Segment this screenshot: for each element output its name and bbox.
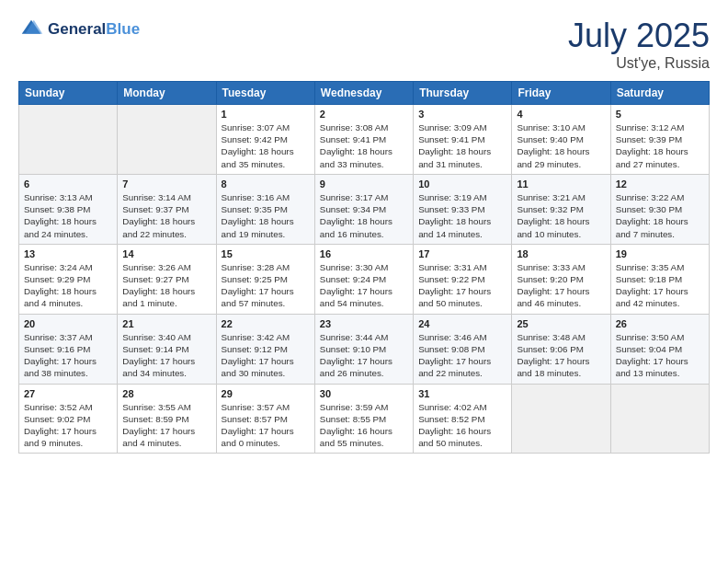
calendar-cell: 1Sunrise: 3:07 AM Sunset: 9:42 PM Daylig…	[216, 105, 314, 175]
day-number: 4	[517, 109, 605, 120]
main-title: July 2025	[568, 17, 710, 55]
day-number: 8	[222, 178, 310, 190]
day-info: Sunrise: 3:33 AM Sunset: 9:20 PM Dayligh…	[517, 261, 605, 310]
title-block: July 2025 Ust'ye, Russia	[568, 17, 710, 72]
col-tuesday: Tuesday	[216, 82, 314, 105]
day-number: 29	[222, 388, 310, 399]
calendar-cell: 22Sunrise: 3:42 AM Sunset: 9:12 PM Dayli…	[216, 314, 314, 384]
logo-icon	[18, 17, 44, 42]
day-number: 30	[320, 388, 408, 399]
day-number: 7	[122, 178, 210, 190]
day-info: Sunrise: 3:46 AM Sunset: 9:08 PM Dayligh…	[418, 331, 506, 380]
calendar-cell: 19Sunrise: 3:35 AM Sunset: 9:18 PM Dayli…	[610, 244, 709, 314]
day-number: 24	[418, 318, 506, 329]
col-sunday: Sunday	[19, 82, 118, 105]
col-wednesday: Wednesday	[314, 82, 413, 105]
calendar-cell: 11Sunrise: 3:21 AM Sunset: 9:32 PM Dayli…	[512, 174, 610, 244]
calendar-cell: 2Sunrise: 3:08 AM Sunset: 9:41 PM Daylig…	[314, 105, 413, 175]
day-info: Sunrise: 3:59 AM Sunset: 8:55 PM Dayligh…	[320, 401, 408, 450]
calendar-cell: 29Sunrise: 3:57 AM Sunset: 8:57 PM Dayli…	[216, 384, 314, 454]
day-number: 18	[517, 248, 605, 259]
day-number: 10	[418, 178, 506, 190]
calendar-cell: 4Sunrise: 3:10 AM Sunset: 9:40 PM Daylig…	[512, 105, 610, 175]
calendar-cell: 23Sunrise: 3:44 AM Sunset: 9:10 PM Dayli…	[314, 314, 413, 384]
calendar-cell: 9Sunrise: 3:17 AM Sunset: 9:34 PM Daylig…	[314, 174, 413, 244]
calendar-week-2: 6Sunrise: 3:13 AM Sunset: 9:38 PM Daylig…	[19, 174, 710, 244]
calendar-cell: 12Sunrise: 3:22 AM Sunset: 9:30 PM Dayli…	[610, 174, 709, 244]
calendar-table: Sunday Monday Tuesday Wednesday Thursday…	[18, 81, 710, 454]
calendar-week-5: 27Sunrise: 3:52 AM Sunset: 9:02 PM Dayli…	[19, 384, 710, 454]
calendar-cell: 25Sunrise: 3:48 AM Sunset: 9:06 PM Dayli…	[512, 314, 610, 384]
calendar-cell: 21Sunrise: 3:40 AM Sunset: 9:14 PM Dayli…	[118, 314, 216, 384]
calendar-cell	[19, 105, 118, 175]
day-number: 9	[320, 178, 408, 190]
calendar-cell: 28Sunrise: 3:55 AM Sunset: 8:59 PM Dayli…	[118, 384, 216, 454]
calendar-week-3: 13Sunrise: 3:24 AM Sunset: 9:29 PM Dayli…	[19, 244, 710, 314]
day-info: Sunrise: 3:50 AM Sunset: 9:04 PM Dayligh…	[616, 331, 704, 380]
day-number: 25	[517, 318, 605, 329]
day-number: 27	[24, 388, 112, 399]
day-info: Sunrise: 3:14 AM Sunset: 9:37 PM Dayligh…	[122, 191, 210, 240]
calendar-cell: 7Sunrise: 3:14 AM Sunset: 9:37 PM Daylig…	[118, 174, 216, 244]
day-info: Sunrise: 3:09 AM Sunset: 9:41 PM Dayligh…	[418, 121, 506, 170]
calendar-cell: 6Sunrise: 3:13 AM Sunset: 9:38 PM Daylig…	[19, 174, 118, 244]
day-number: 6	[24, 178, 112, 190]
day-info: Sunrise: 3:44 AM Sunset: 9:10 PM Dayligh…	[320, 331, 408, 380]
col-friday: Friday	[512, 82, 610, 105]
calendar-cell: 26Sunrise: 3:50 AM Sunset: 9:04 PM Dayli…	[610, 314, 709, 384]
day-info: Sunrise: 3:37 AM Sunset: 9:16 PM Dayligh…	[24, 331, 112, 380]
calendar-cell: 17Sunrise: 3:31 AM Sunset: 9:22 PM Dayli…	[414, 244, 512, 314]
calendar-cell: 5Sunrise: 3:12 AM Sunset: 9:39 PM Daylig…	[610, 105, 709, 175]
day-info: Sunrise: 3:22 AM Sunset: 9:30 PM Dayligh…	[616, 191, 704, 240]
col-monday: Monday	[118, 82, 216, 105]
day-number: 2	[320, 109, 408, 120]
day-number: 17	[418, 248, 506, 259]
day-number: 11	[517, 178, 605, 190]
day-info: Sunrise: 3:19 AM Sunset: 9:33 PM Dayligh…	[418, 191, 506, 240]
subtitle: Ust'ye, Russia	[568, 55, 710, 72]
day-number: 20	[24, 318, 112, 329]
day-info: Sunrise: 3:35 AM Sunset: 9:18 PM Dayligh…	[616, 261, 704, 310]
calendar-cell: 13Sunrise: 3:24 AM Sunset: 9:29 PM Dayli…	[19, 244, 118, 314]
day-info: Sunrise: 3:17 AM Sunset: 9:34 PM Dayligh…	[320, 191, 408, 240]
calendar-cell: 27Sunrise: 3:52 AM Sunset: 9:02 PM Dayli…	[19, 384, 118, 454]
header: GeneralBlue July 2025 Ust'ye, Russia	[18, 17, 710, 72]
logo-text: GeneralBlue	[48, 21, 140, 39]
day-number: 19	[616, 248, 704, 259]
calendar-cell: 30Sunrise: 3:59 AM Sunset: 8:55 PM Dayli…	[314, 384, 413, 454]
day-number: 14	[122, 248, 210, 259]
calendar-week-1: 1Sunrise: 3:07 AM Sunset: 9:42 PM Daylig…	[19, 105, 710, 175]
day-info: Sunrise: 3:24 AM Sunset: 9:29 PM Dayligh…	[24, 261, 112, 310]
calendar-cell: 15Sunrise: 3:28 AM Sunset: 9:25 PM Dayli…	[216, 244, 314, 314]
day-number: 15	[222, 248, 310, 259]
col-thursday: Thursday	[414, 82, 512, 105]
day-number: 28	[122, 388, 210, 399]
calendar-header-row: Sunday Monday Tuesday Wednesday Thursday…	[19, 82, 710, 105]
day-number: 22	[222, 318, 310, 329]
day-info: Sunrise: 3:30 AM Sunset: 9:24 PM Dayligh…	[320, 261, 408, 310]
calendar-cell: 16Sunrise: 3:30 AM Sunset: 9:24 PM Dayli…	[314, 244, 413, 314]
day-info: Sunrise: 3:12 AM Sunset: 9:39 PM Dayligh…	[616, 121, 704, 170]
day-number: 3	[418, 109, 506, 120]
day-info: Sunrise: 3:55 AM Sunset: 8:59 PM Dayligh…	[122, 401, 210, 450]
day-number: 26	[616, 318, 704, 329]
col-saturday: Saturday	[610, 82, 709, 105]
day-number: 21	[122, 318, 210, 329]
calendar-cell: 24Sunrise: 3:46 AM Sunset: 9:08 PM Dayli…	[414, 314, 512, 384]
day-info: Sunrise: 3:52 AM Sunset: 9:02 PM Dayligh…	[24, 401, 112, 450]
day-number: 16	[320, 248, 408, 259]
calendar-cell: 3Sunrise: 3:09 AM Sunset: 9:41 PM Daylig…	[414, 105, 512, 175]
day-number: 23	[320, 318, 408, 329]
calendar-cell: 8Sunrise: 3:16 AM Sunset: 9:35 PM Daylig…	[216, 174, 314, 244]
calendar-week-4: 20Sunrise: 3:37 AM Sunset: 9:16 PM Dayli…	[19, 314, 710, 384]
logo: GeneralBlue	[18, 17, 140, 42]
day-info: Sunrise: 3:42 AM Sunset: 9:12 PM Dayligh…	[222, 331, 310, 380]
calendar-cell: 20Sunrise: 3:37 AM Sunset: 9:16 PM Dayli…	[19, 314, 118, 384]
day-number: 5	[616, 109, 704, 120]
day-info: Sunrise: 4:02 AM Sunset: 8:52 PM Dayligh…	[418, 401, 506, 450]
day-number: 13	[24, 248, 112, 259]
day-number: 12	[616, 178, 704, 190]
day-info: Sunrise: 3:26 AM Sunset: 9:27 PM Dayligh…	[122, 261, 210, 310]
day-info: Sunrise: 3:31 AM Sunset: 9:22 PM Dayligh…	[418, 261, 506, 310]
day-info: Sunrise: 3:08 AM Sunset: 9:41 PM Dayligh…	[320, 121, 408, 170]
